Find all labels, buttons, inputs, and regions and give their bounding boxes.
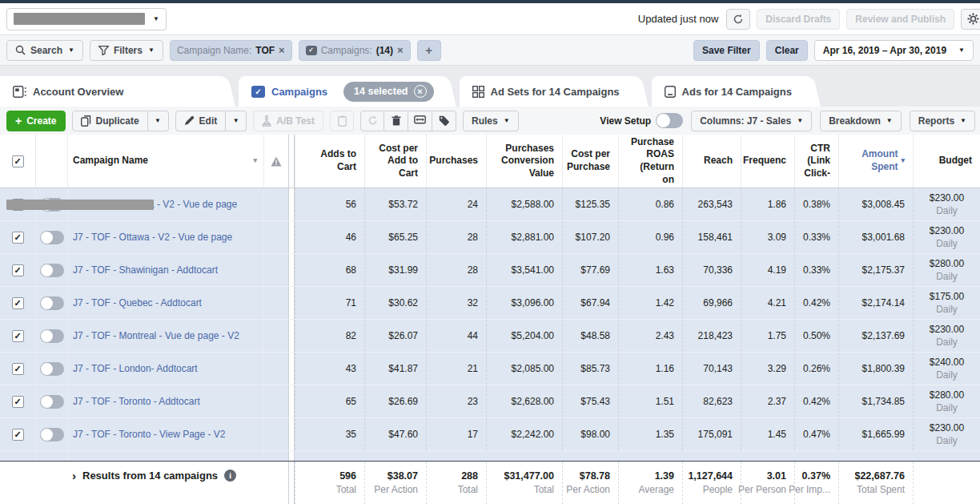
column-header-budget[interactable]: Budget bbox=[913, 135, 980, 187]
date-range-picker[interactable]: Apr 16, 2019 – Apr 30, 2019 ▼ bbox=[814, 40, 974, 61]
cell-ctr: 0.50% bbox=[794, 320, 838, 352]
refresh-icon bbox=[733, 14, 744, 25]
tab-account-overview[interactable]: Account Overview bbox=[0, 76, 218, 107]
cell-ctr: 0.33% bbox=[794, 254, 838, 286]
refresh-button[interactable] bbox=[726, 9, 750, 30]
totals-row: › Results from 14 campaigns i 596Total$3… bbox=[0, 461, 980, 504]
campaign-name-link[interactable]: J7 - TOF - Quebec - Addtocart bbox=[73, 297, 202, 308]
cell-adds-to-cart: 65 bbox=[295, 385, 364, 417]
results-summary-label: Results from 14 campaigns bbox=[82, 470, 218, 482]
column-header-purchase-roas[interactable]: Purchase ROAS (Return on bbox=[618, 135, 682, 187]
column-header-purchases[interactable]: Purchases bbox=[426, 135, 486, 187]
tab-ads[interactable]: Ads for 14 Campaigns bbox=[652, 76, 803, 107]
edit-menu-button[interactable]: ▼ bbox=[226, 111, 247, 131]
cell-frequency: 1.86 bbox=[741, 188, 794, 220]
rules-dropdown[interactable]: Rules ▼ bbox=[463, 111, 519, 131]
table-row[interactable]: ✓J7 - TOF - Toronto - View Page - V235$4… bbox=[0, 418, 980, 451]
row-checkbox[interactable]: ✓ bbox=[12, 330, 24, 342]
campaign-name-link[interactable]: J7 - TOF - London- Addtocart bbox=[73, 363, 198, 374]
add-filter-button[interactable]: + bbox=[417, 40, 441, 61]
app-header: ▼ Updated just now Discard Drafts Review… bbox=[0, 3, 980, 35]
filters-dropdown[interactable]: Filters▼ bbox=[90, 40, 163, 61]
campaign-name-link[interactable]: J7 - TOF - Montreal - Vue de page - V2 bbox=[73, 330, 239, 341]
ab-test-button[interactable]: A/B Test bbox=[253, 111, 323, 131]
column-header-ctr[interactable]: CTR (Link Click- bbox=[794, 135, 838, 187]
search-dropdown[interactable]: Search▼ bbox=[6, 40, 83, 61]
row-checkbox[interactable]: ✓ bbox=[12, 429, 24, 441]
filter-chip-campaigns[interactable]: ✓ Campaigns: (14) × bbox=[299, 40, 411, 61]
warning-icon bbox=[271, 156, 282, 167]
campaign-status-toggle[interactable] bbox=[40, 296, 64, 310]
view-setup-toggle[interactable] bbox=[656, 113, 683, 128]
clear-filters-button[interactable]: Clear bbox=[766, 40, 808, 61]
account-selector[interactable]: ▼ bbox=[6, 8, 167, 30]
column-header-amount-spent[interactable]: Amount Spent ▾ bbox=[838, 135, 913, 187]
remove-filter-icon[interactable]: × bbox=[397, 44, 404, 56]
table-row[interactable]: ✓J7 - TOF - Toronto - Addtocart65$26.692… bbox=[0, 385, 980, 418]
edit-button[interactable]: Edit bbox=[175, 111, 227, 131]
info-icon[interactable]: i bbox=[224, 470, 236, 482]
table-row[interactable]: ✓J7 - TOF - London- Addtocart43$41.8721$… bbox=[0, 353, 980, 385]
cell-frequency: 1.45 bbox=[741, 418, 794, 450]
row-checkbox[interactable]: ✓ bbox=[12, 232, 24, 244]
save-filter-button[interactable]: Save Filter bbox=[693, 40, 760, 61]
delivery-alert-cell bbox=[264, 287, 288, 319]
deselect-all-icon[interactable]: × bbox=[414, 85, 427, 98]
campaign-name-link[interactable]: J7 - TOF - Shawinigan - Addtocart bbox=[73, 264, 218, 276]
frozen-pane-divider[interactable] bbox=[288, 135, 295, 187]
filter-chip-campaign-name[interactable]: Campaign Name: TOF × bbox=[170, 40, 292, 61]
discard-drafts-button[interactable]: Discard Drafts bbox=[757, 9, 840, 30]
table-row[interactable]: ✓J7 - TOF - Shawinigan - Addtocart68$31.… bbox=[0, 254, 980, 287]
campaign-status-toggle[interactable] bbox=[40, 362, 64, 376]
delivery-alert-cell bbox=[264, 353, 288, 385]
campaign-status-toggle[interactable] bbox=[40, 329, 64, 343]
table-row[interactable]: ✓J7 - TOF - Ottawa - V2 - Vue de page46$… bbox=[0, 221, 980, 254]
campaign-name-column-header[interactable]: Campaign Name ▾ bbox=[68, 135, 264, 187]
reports-dropdown[interactable]: Reports ▼ bbox=[910, 111, 975, 131]
delete-button[interactable] bbox=[384, 111, 408, 131]
duplicate-menu-button[interactable]: ▼ bbox=[148, 111, 169, 131]
expand-results-icon[interactable]: › bbox=[72, 470, 76, 482]
row-checkbox[interactable]: ✓ bbox=[12, 396, 24, 408]
row-checkbox[interactable]: ✓ bbox=[12, 264, 24, 276]
campaign-name-link[interactable]: J7 - TOF - Toronto - View Page - V2 bbox=[73, 429, 226, 440]
campaign-name-link[interactable]: J7 - TOF - Toronto - Addtocart bbox=[73, 396, 200, 407]
column-header-reach[interactable]: Reach bbox=[682, 135, 741, 187]
duplicate-button[interactable]: Duplicate bbox=[72, 111, 148, 131]
settings-button[interactable] bbox=[961, 9, 980, 30]
campaign-status-toggle[interactable] bbox=[40, 231, 64, 244]
column-header-frequency[interactable]: Frequenc bbox=[741, 135, 794, 187]
trash-icon bbox=[392, 115, 401, 126]
campaign-status-toggle[interactable] bbox=[40, 428, 64, 442]
column-header-purchases-conversion-value[interactable]: Purchases Conversion Value bbox=[486, 135, 562, 187]
export-button[interactable] bbox=[408, 111, 432, 131]
row-checkbox[interactable]: ✓ bbox=[12, 297, 24, 309]
campaign-status-toggle[interactable] bbox=[40, 264, 64, 277]
pin-button[interactable] bbox=[330, 111, 354, 131]
tab-ad-sets[interactable]: Ad Sets for 14 Campaigns bbox=[460, 76, 631, 107]
sort-icon[interactable]: ▾ bbox=[253, 156, 263, 166]
table-row[interactable]: ✓J7 - TOF - Montreal - Vue de page - V28… bbox=[0, 320, 980, 353]
table-row[interactable]: ✓J7 - TOF - Quebec - Addtocart71$30.6232… bbox=[0, 287, 980, 320]
history-button[interactable] bbox=[360, 111, 384, 131]
campaign-status-toggle[interactable] bbox=[40, 395, 64, 409]
column-header-adds-to-cart[interactable]: Adds to Cart bbox=[295, 135, 364, 187]
column-header-cost-per-purchase[interactable]: Cost per Purchase bbox=[562, 135, 618, 187]
columns-dropdown[interactable]: Columns: J7 - Sales ▼ bbox=[691, 111, 812, 131]
tab-campaigns[interactable]: ✓ Campaigns 14 selected × bbox=[239, 76, 439, 107]
footer-total-cost-per-add-to-cart: $38.07Per Action bbox=[364, 462, 426, 504]
row-checkbox[interactable]: ✓ bbox=[12, 363, 24, 375]
create-button[interactable]: + Create bbox=[6, 111, 66, 131]
breakdown-dropdown[interactable]: Breakdown ▼ bbox=[820, 111, 902, 131]
level-tabs: Account Overview ✓ Campaigns 14 selected… bbox=[0, 66, 980, 107]
cell-budget: $280.00Daily bbox=[913, 254, 980, 286]
tag-icon bbox=[439, 115, 449, 126]
select-all-checkbox[interactable]: ✓ bbox=[12, 155, 24, 167]
selected-count-badge[interactable]: 14 selected × bbox=[343, 82, 433, 102]
cell-ctr: 0.47% bbox=[794, 418, 838, 450]
remove-filter-icon[interactable]: × bbox=[279, 44, 285, 56]
tag-button[interactable] bbox=[432, 111, 456, 131]
column-header-cost-per-add-to-cart[interactable]: Cost per Add to Cart bbox=[364, 135, 426, 187]
review-and-publish-button[interactable]: Review and Publish bbox=[846, 9, 954, 30]
campaign-name-link[interactable]: J7 - TOF - Ottawa - V2 - Vue de page bbox=[73, 232, 232, 243]
